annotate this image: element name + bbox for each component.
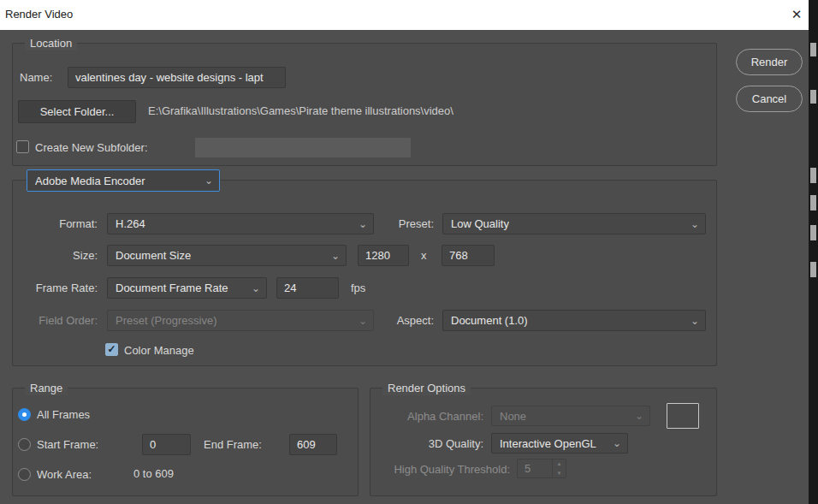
field-order-select: Preset (Progressive) ⌄ bbox=[107, 310, 374, 331]
chevron-down-icon: ⌄ bbox=[613, 439, 621, 448]
encoder-group: Adobe Media Encoder ⌄ Format: H.264 ⌄ Pr… bbox=[12, 180, 717, 366]
clipped-panel-icon bbox=[810, 168, 816, 183]
titlebar: Render Video bbox=[0, 0, 809, 30]
chevron-down-icon: ⌄ bbox=[635, 412, 643, 420]
fps-input[interactable] bbox=[276, 277, 339, 299]
create-subfolder-label[interactable]: Create New Subfolder: bbox=[35, 140, 148, 155]
subfolder-name-input[interactable] bbox=[194, 137, 412, 158]
chevron-down-icon: ⌄ bbox=[252, 284, 260, 293]
render-video-dialog: Render Video ✕ Render Cancel Location Na… bbox=[0, 0, 818, 504]
field-order-select-value: Preset (Progressive) bbox=[116, 314, 216, 327]
close-icon[interactable]: ✕ bbox=[787, 5, 806, 24]
clipped-panel-icon bbox=[810, 225, 816, 240]
format-label: Format: bbox=[13, 216, 98, 231]
start-frame-label[interactable]: Start Frame: bbox=[37, 437, 98, 452]
all-frames-label[interactable]: All Frames bbox=[37, 407, 90, 422]
work-area-range-value: 0 to 609 bbox=[133, 467, 174, 480]
spinner-down-icon: ▾ bbox=[553, 469, 566, 478]
chevron-down-icon: ⌄ bbox=[691, 220, 699, 228]
folder-path: E:\Grafika\Illustrations\Games\Pirate th… bbox=[148, 104, 453, 117]
end-frame-input[interactable] bbox=[289, 434, 337, 455]
create-subfolder-checkbox[interactable] bbox=[16, 140, 29, 153]
field-order-label: Field Order: bbox=[13, 313, 98, 328]
size-select-value: Document Size bbox=[116, 249, 191, 262]
aspect-select[interactable]: Document (1.0) ⌄ bbox=[442, 310, 706, 331]
frame-rate-select[interactable]: Document Frame Rate ⌄ bbox=[107, 277, 267, 299]
work-area-radio[interactable] bbox=[18, 468, 31, 481]
color-manage-label[interactable]: Color Manage bbox=[124, 343, 194, 358]
chevron-down-icon: ⌄ bbox=[331, 252, 340, 260]
3d-quality-select[interactable]: Interactive OpenGL ⌄ bbox=[491, 433, 628, 454]
3d-quality-select-value: Interactive OpenGL bbox=[500, 437, 596, 450]
preset-select-value: Low Quality bbox=[451, 217, 509, 230]
preset-select[interactable]: Low Quality ⌄ bbox=[442, 213, 706, 234]
alpha-channel-label: Alpha Channel: bbox=[370, 409, 483, 424]
work-area-label[interactable]: Work Area: bbox=[37, 467, 92, 482]
cancel-button[interactable]: Cancel bbox=[736, 86, 803, 112]
chevron-down-icon: ⌄ bbox=[691, 317, 699, 325]
encoder-select[interactable]: Adobe Media Encoder ⌄ bbox=[27, 169, 220, 192]
check-icon: ✓ bbox=[107, 344, 116, 355]
width-input[interactable] bbox=[358, 245, 409, 266]
encoder-select-value: Adobe Media Encoder bbox=[35, 175, 145, 187]
select-folder-button[interactable]: Select Folder... bbox=[18, 100, 136, 123]
high-quality-threshold-stepper: 5 ▴ ▾ bbox=[517, 459, 566, 478]
size-select[interactable]: Document Size ⌄ bbox=[107, 245, 347, 266]
threshold-value: 5 bbox=[518, 460, 552, 477]
start-frame-radio[interactable] bbox=[18, 438, 31, 451]
preset-label: Preset: bbox=[357, 216, 434, 231]
frame-rate-label: Frame Rate: bbox=[13, 281, 98, 295]
start-frame-input[interactable] bbox=[142, 434, 191, 455]
name-input[interactable] bbox=[68, 67, 286, 88]
render-options-group: Render Options Alpha Channel: None ⌄ 3D … bbox=[370, 388, 717, 496]
size-label: Size: bbox=[13, 248, 98, 263]
format-select[interactable]: H.264 ⌄ bbox=[107, 213, 374, 234]
alpha-channel-select: None ⌄ bbox=[491, 406, 650, 426]
background-panel-strip bbox=[809, 0, 818, 504]
alpha-channel-select-value: None bbox=[500, 410, 526, 423]
clipped-panel-icon bbox=[810, 195, 816, 210]
high-quality-threshold-label: High Quality Threshold: bbox=[370, 462, 510, 477]
size-x-separator: x bbox=[421, 248, 427, 263]
aspect-select-value: Document (1.0) bbox=[451, 314, 528, 327]
end-frame-label: End Frame: bbox=[204, 437, 262, 452]
clipped-panel-icon bbox=[810, 262, 816, 277]
alpha-color-swatch bbox=[667, 403, 699, 429]
range-legend: Range bbox=[25, 381, 68, 395]
location-group: Location Name: Select Folder... E:\Grafi… bbox=[12, 43, 717, 166]
all-frames-radio[interactable] bbox=[18, 408, 31, 421]
render-options-legend: Render Options bbox=[382, 381, 471, 395]
threshold-spinner: ▴ ▾ bbox=[552, 460, 566, 477]
clipped-panel-icon bbox=[810, 90, 816, 104]
chevron-down-icon: ⌄ bbox=[204, 176, 213, 185]
clipped-panel-icon bbox=[810, 43, 816, 56]
color-manage-checkbox[interactable]: ✓ bbox=[105, 343, 118, 356]
height-input[interactable] bbox=[442, 245, 495, 266]
location-legend: Location bbox=[25, 36, 77, 50]
fps-unit-label: fps bbox=[351, 281, 365, 295]
frame-rate-select-value: Document Frame Rate bbox=[116, 282, 228, 294]
range-group: Range All Frames Start Frame: End Frame:… bbox=[12, 388, 359, 496]
render-button[interactable]: Render bbox=[736, 49, 803, 75]
3d-quality-label: 3D Quality: bbox=[370, 436, 483, 451]
spinner-up-icon: ▴ bbox=[553, 460, 566, 469]
aspect-label: Aspect: bbox=[357, 313, 434, 328]
window-title: Render Video bbox=[5, 8, 73, 21]
name-label: Name: bbox=[20, 70, 52, 85]
format-select-value: H.264 bbox=[116, 217, 145, 230]
